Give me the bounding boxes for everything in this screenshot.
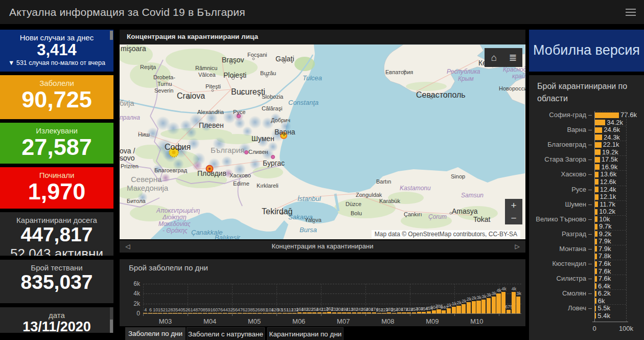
daily-bar[interactable] [447,308,451,313]
daily-bar[interactable] [312,312,316,313]
daily-bar[interactable] [193,313,197,313]
daily-bar[interactable] [377,313,381,313]
daily-bar[interactable] [417,312,421,313]
daily-bar[interactable] [357,312,361,313]
map-canvas[interactable]: mişoaraReşiţaDrobeta-TurnuSeverinRâmnicu… [120,44,525,239]
daily-bar[interactable] [267,313,271,313]
home-icon[interactable]: ⌂ [485,48,503,67]
daily-bar[interactable] [412,312,416,313]
daily-bar[interactable] [516,297,520,313]
daily-bar[interactable] [233,313,237,313]
daily-bar[interactable] [287,313,291,313]
daily-bar[interactable] [183,313,187,313]
daily-bar[interactable] [342,312,346,313]
legend-icon[interactable]: ≣ [503,48,522,67]
region-bar[interactable] [594,149,601,155]
daily-bar[interactable] [258,313,262,313]
region-bar[interactable] [594,112,619,118]
daily-bar[interactable] [442,310,446,313]
daily-bar[interactable] [317,312,321,313]
region-bar[interactable] [594,134,602,140]
daily-bar[interactable] [352,312,356,313]
daily-bar[interactable] [501,292,505,313]
daily-bar[interactable] [392,313,396,313]
daily-bar[interactable] [163,313,167,313]
daily-bar[interactable] [252,313,257,313]
daily-bar[interactable] [452,307,456,313]
daily-bar[interactable] [213,313,217,313]
daily-bar[interactable] [337,312,341,313]
daily-bar[interactable] [367,312,371,313]
daily-bar[interactable] [492,297,496,313]
daily-bar[interactable] [143,313,147,313]
daily-bar[interactable] [422,312,426,313]
daily-bar[interactable] [402,312,406,313]
daily-bar[interactable] [297,312,302,313]
daily-bar[interactable] [203,313,207,313]
daily-bar[interactable] [467,302,471,313]
daily-bar[interactable] [407,312,411,313]
region-bar[interactable] [594,187,599,192]
daily-bar[interactable] [436,309,441,313]
daily-bar[interactable] [481,300,486,313]
daily-bar[interactable] [432,310,436,313]
daily-bar[interactable] [263,313,267,313]
daily-bar[interactable] [462,304,466,313]
region-bar[interactable] [594,172,599,177]
region-bar[interactable] [594,201,598,207]
daily-bar[interactable] [303,312,307,313]
daily-bar[interactable] [228,313,232,313]
daily-bar[interactable] [362,312,366,313]
daily-bar[interactable] [397,312,401,313]
daily-bar[interactable] [327,312,331,313]
region-bar[interactable] [594,164,600,170]
daily-bar[interactable] [307,312,311,313]
daily-bar[interactable] [168,313,172,313]
daily-bar[interactable] [238,313,242,313]
region-bar[interactable] [594,127,602,133]
mobile-version-button[interactable]: Мобилна версия [529,30,644,72]
daily-bar[interactable] [382,313,386,313]
region-bar[interactable] [594,142,602,148]
card-scrollbar-thumb[interactable] [110,320,113,333]
region-bar[interactable] [594,157,600,163]
daily-bar[interactable] [283,313,287,313]
daily-bar[interactable] [278,313,282,313]
daily-bar[interactable] [472,301,476,313]
daily-bar[interactable] [178,313,182,313]
daily-bar[interactable] [247,313,251,313]
zoom-out-button[interactable]: − [505,212,522,224]
region-bar[interactable] [594,120,605,125]
daily-bar[interactable] [323,312,327,313]
daily-bar[interactable] [372,312,376,313]
daily-bar[interactable] [387,312,391,313]
daily-bar[interactable] [456,306,461,313]
tab-1[interactable]: Заболели по дни [125,327,186,340]
daily-bar[interactable] [332,312,336,313]
card-scrollbar-thumb[interactable] [110,31,113,40]
carousel-next-icon[interactable]: ▷ [511,240,523,253]
daily-bar[interactable] [427,311,431,313]
daily-bar[interactable] [476,301,480,313]
daily-bar[interactable] [188,313,192,313]
daily-bar[interactable] [148,313,152,313]
daily-bar[interactable] [272,313,277,313]
daily-bar[interactable] [208,313,212,313]
daily-bar[interactable] [198,313,202,313]
daily-bar[interactable] [292,313,296,313]
daily-bar[interactable] [507,310,511,313]
daily-bar[interactable] [223,313,227,313]
daily-bar[interactable] [243,313,247,313]
daily-bar[interactable] [496,293,500,313]
daily-bar[interactable] [218,313,222,313]
tab-2[interactable]: Заболели с натрупване [187,327,265,340]
hamburger-menu-icon[interactable] [626,9,636,16]
daily-bar[interactable] [173,313,177,313]
region-bar[interactable] [594,179,599,185]
tab-3[interactable]: Карантинирани по дни [267,327,343,340]
zoom-in-button[interactable]: + [505,199,522,212]
daily-bar[interactable] [487,298,491,313]
daily-bar[interactable] [158,313,162,313]
daily-bar[interactable] [153,313,157,313]
daily-bar[interactable] [347,312,351,313]
